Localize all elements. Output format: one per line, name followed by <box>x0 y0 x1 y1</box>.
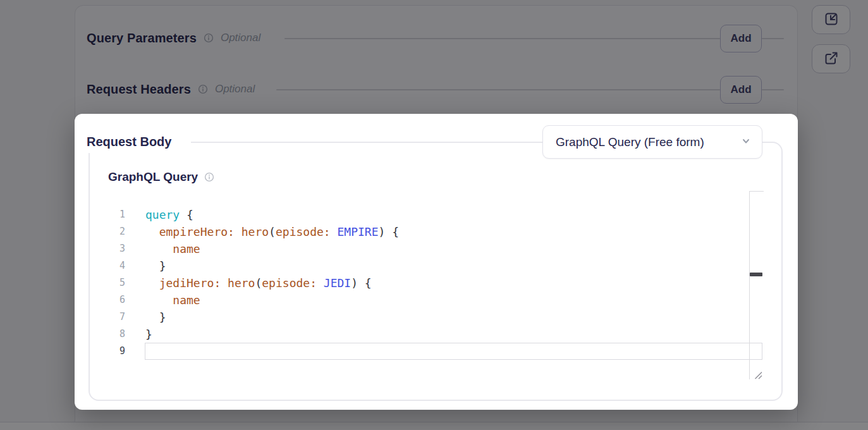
resize-grip-icon[interactable] <box>754 371 762 382</box>
code-line[interactable]: } <box>145 326 399 343</box>
code-line[interactable]: query { <box>145 206 399 223</box>
body-type-select-value: GraphQL Query (Free form) <box>556 135 704 149</box>
code-line[interactable]: name <box>145 292 399 309</box>
info-icon[interactable] <box>204 172 214 182</box>
request-body-header: Request Body <box>80 130 191 153</box>
line-number: 7 <box>100 309 125 326</box>
line-number: 1 <box>100 206 125 223</box>
graphql-query-header: GraphQL Query <box>108 170 214 184</box>
line-number: 5 <box>100 274 125 292</box>
scrollbar-track-top <box>749 191 764 192</box>
code-line[interactable]: } <box>145 257 399 274</box>
body-type-select[interactable]: GraphQL Query (Free form) <box>542 125 762 159</box>
line-number: 3 <box>100 240 125 257</box>
line-number: 6 <box>100 292 125 309</box>
request-body-title: Request Body <box>87 135 171 149</box>
code-lines[interactable]: query { empireHero: hero(episode: EMPIRE… <box>145 206 399 360</box>
code-line[interactable]: name <box>145 240 399 257</box>
code-line[interactable]: } <box>145 309 399 326</box>
line-number: 2 <box>100 223 125 240</box>
scrollbar-track <box>749 191 750 379</box>
chevron-down-icon <box>740 135 752 149</box>
graphql-query-label: GraphQL Query <box>108 170 198 184</box>
line-number: 8 <box>100 326 125 343</box>
scrollbar-thumb[interactable] <box>750 273 762 276</box>
line-number: 4 <box>100 257 125 274</box>
line-number: 9 <box>100 343 125 360</box>
code-line[interactable]: jediHero: hero(episode: JEDI) { <box>145 274 399 292</box>
gutter: 123456789 <box>100 206 125 360</box>
code-line[interactable] <box>145 343 399 360</box>
request-body-modal: Request Body GraphQL Query (Free form) G… <box>75 114 798 410</box>
code-line[interactable]: empireHero: hero(episode: EMPIRE) { <box>145 223 399 240</box>
